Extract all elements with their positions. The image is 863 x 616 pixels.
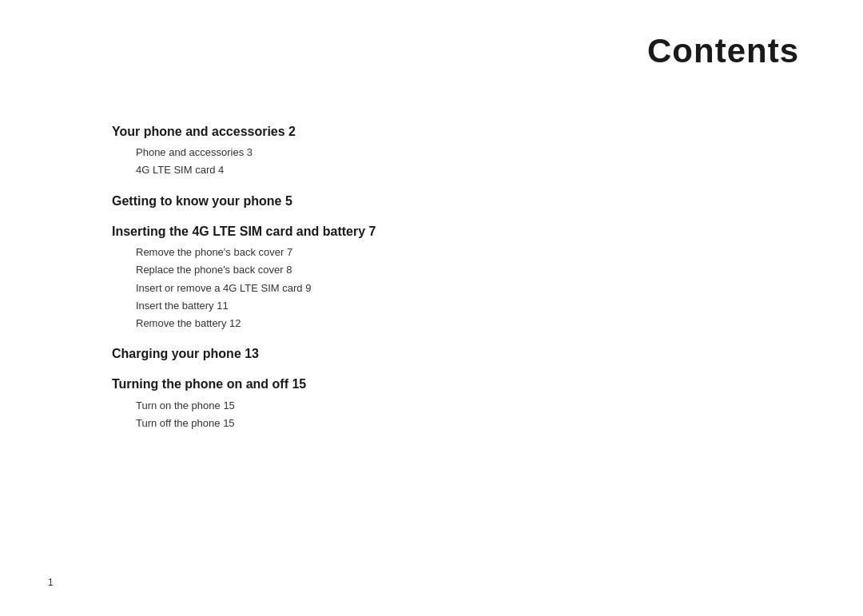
sub-item: Insert the battery 11 [136,297,815,315]
sub-item: Phone and accessories 3 [136,144,815,161]
toc-section-inserting-sim: Inserting the 4G LTE SIM card and batter… [112,223,815,332]
title-section: Contents [48,32,815,70]
toc-content: Your phone and accessories 2 Phone and a… [48,102,815,432]
sub-item: Remove the battery 12 [136,315,815,332]
toc-section-getting-to-know: Getting to know your phone 5 [112,193,815,210]
sub-item: Remove the phone's back cover 7 [136,244,815,261]
section-heading-turning-on-off: Turning the phone on and off 15 [112,376,815,393]
sub-items-inserting-sim: Remove the phone's back cover 7 Replace … [112,244,815,332]
toc-section-your-phone: Your phone and accessories 2 Phone and a… [112,123,815,180]
section-heading-your-phone: Your phone and accessories 2 [112,123,815,141]
section-heading-inserting-sim: Inserting the 4G LTE SIM card and batter… [112,223,815,240]
sub-item: Replace the phone's back cover 8 [136,261,815,279]
toc-section-turning-on-off: Turning the phone on and off 15 Turn on … [112,376,815,432]
page-container: Contents Your phone and accessories 2 Ph… [0,0,863,616]
sub-item: 4G LTE SIM card 4 [136,161,815,179]
section-heading-getting-to-know: Getting to know your phone 5 [112,193,815,210]
section-heading-charging: Charging your phone 13 [112,345,815,363]
toc-section-charging: Charging your phone 13 [112,345,815,363]
page-title: Contents [48,32,799,70]
sub-item: Turn off the phone 15 [136,415,815,432]
sub-item: Insert or remove a 4G LTE SIM card 9 [136,280,815,297]
page-number: 1 [48,577,54,588]
sub-items-your-phone: Phone and accessories 3 4G LTE SIM card … [112,144,815,179]
sub-item: Turn on the phone 15 [136,397,815,415]
sub-items-turning-on-off: Turn on the phone 15 Turn off the phone … [112,397,815,432]
